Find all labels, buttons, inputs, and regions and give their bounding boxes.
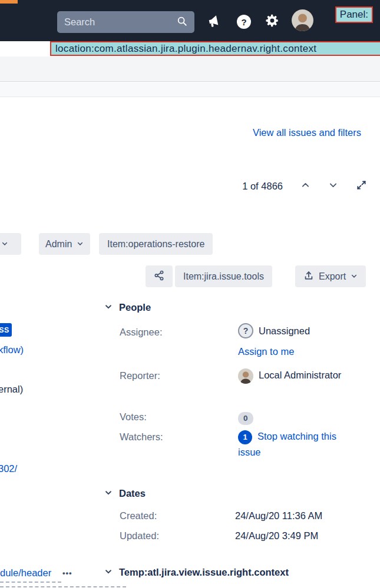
fullscreen-toggle-button[interactable] [356, 180, 367, 192]
assign-to-me-link[interactable]: Assign to me [238, 346, 294, 357]
more-actions-icon[interactable]: ••• [62, 569, 72, 577]
url-link-fragment[interactable]: 302/ [0, 463, 17, 474]
chevron-down-icon [351, 271, 358, 282]
dashed-annotation-border [0, 586, 126, 587]
assignee-name: Unassigned [259, 325, 310, 337]
reporter-label: Reporter: [120, 370, 160, 381]
annotation-strip: location:com.atlassian.jira.plugin.heade… [0, 41, 380, 57]
chevron-down-icon [1, 239, 8, 250]
assignee-label: Assignee: [120, 327, 162, 338]
previous-issue-button[interactable] [300, 180, 310, 192]
gear-icon [265, 13, 280, 30]
chevron-down-icon [104, 567, 113, 578]
updated-label: Updated: [120, 530, 159, 542]
corner-annotation-fragment [0, 0, 18, 4]
user-avatar[interactable] [292, 9, 313, 31]
help-icon: ? [241, 18, 246, 26]
watcher-count-badge[interactable]: 1 [238, 430, 252, 444]
export-label: Export [319, 271, 346, 282]
header-search [57, 11, 194, 33]
temp-panel-title: Temp:atl.jira.view.issue.right.context [119, 567, 289, 578]
created-label: Created: [120, 510, 157, 521]
panel-annotation-chip: Panel: [335, 6, 373, 23]
watchers-value: 1Stop watching this issue [238, 428, 355, 460]
field-value-fragment: ernal) [0, 384, 23, 395]
dates-section-header[interactable]: Dates [104, 488, 146, 499]
operations-restore-button[interactable]: Item:operations-restore [99, 233, 213, 255]
view-all-issues-link[interactable]: View all issues and filters [253, 127, 361, 138]
issue-tools-label: Item:jira.issue.tools [183, 271, 264, 282]
stop-watching-link[interactable]: Stop watching this issue [238, 431, 336, 457]
search-icon [177, 16, 187, 29]
export-button[interactable]: Export [295, 265, 366, 287]
temp-panel-section-header[interactable]: Temp:atl.jira.view.issue.right.context [104, 567, 289, 578]
admin-menu-button[interactable]: Admin [39, 233, 90, 255]
expand-icon [356, 180, 367, 192]
share-button[interactable] [146, 265, 173, 287]
chevron-up-icon [300, 180, 310, 192]
app-header: ? Panel: [0, 0, 380, 41]
issue-tools-button[interactable]: Item:jira.issue.tools [175, 265, 272, 287]
updated-value: 24/Aug/20 3:49 PM [235, 530, 318, 542]
chevron-down-icon [328, 180, 338, 192]
next-issue-button[interactable] [328, 180, 338, 192]
module-header-link-fragment[interactable]: dule/header [0, 567, 51, 579]
reporter-value: Local Administrator [238, 366, 346, 385]
chevron-down-icon [77, 239, 84, 250]
votes-badge: 0 [238, 412, 253, 425]
search-input[interactable] [64, 16, 177, 28]
question-mark-glyph: ? [243, 326, 249, 335]
operations-restore-label: Item:operations-restore [107, 239, 204, 250]
help-button[interactable]: ? [237, 15, 251, 29]
panel-annotation-label: Panel: [340, 9, 368, 21]
chevron-down-icon [104, 302, 113, 313]
people-section-header[interactable]: People [104, 302, 151, 313]
status-lozenge: SS [0, 323, 12, 337]
announcement-icon [207, 14, 222, 30]
share-icon [154, 270, 164, 283]
watchers-label: Watchers: [120, 431, 163, 443]
breadcrumb-band [0, 82, 380, 97]
jira-issue-screenshot: ? Panel: location:com.atlassian.jira.plu… [0, 0, 380, 588]
reporter-avatar [238, 368, 253, 384]
export-icon [303, 270, 314, 283]
people-section-title: People [119, 302, 151, 313]
location-annotation-label: location:com.atlassian.jira.plugin.heade… [55, 43, 316, 55]
chevron-down-icon [104, 488, 113, 499]
unassigned-avatar-icon: ? [238, 323, 253, 338]
reporter-name-link[interactable]: Local Administrator [259, 370, 341, 380]
view-workflow-link-fragment[interactable]: kflow) [0, 344, 24, 356]
dashed-annotation-border [0, 582, 61, 583]
created-value: 24/Aug/20 11:36 AM [235, 510, 322, 521]
partial-dropdown-button[interactable] [0, 233, 21, 255]
settings-button[interactable] [264, 13, 280, 29]
announcement-button[interactable] [206, 14, 222, 30]
issue-pager: 1 of 4866 [242, 178, 367, 194]
votes-label: Votes: [120, 411, 147, 423]
dates-section-title: Dates [119, 488, 146, 499]
page-header-band [0, 57, 380, 82]
pager-count: 1 of 4866 [242, 181, 283, 192]
assignee-value: ? Unassigned [238, 323, 310, 338]
location-annotation-chip: location:com.atlassian.jira.plugin.heade… [50, 41, 380, 56]
admin-menu-label: Admin [45, 239, 72, 250]
status-lozenge-text: SS [0, 326, 9, 334]
